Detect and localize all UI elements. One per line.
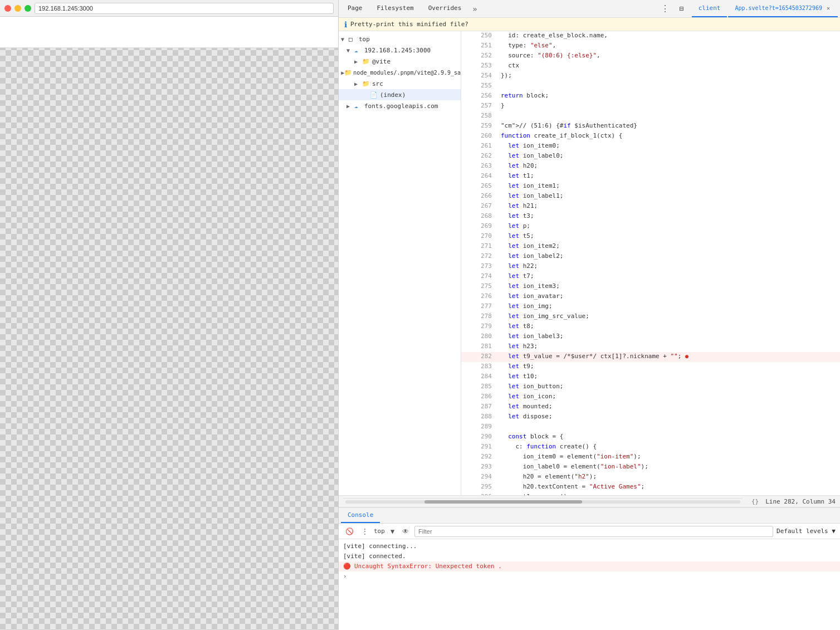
line-number: 262 — [461, 152, 496, 162]
code-editor[interactable]: 250 id: create_else_block.name,251 type:… — [461, 31, 840, 495]
tree-item-fonts[interactable]: ▶ ☁ fonts.googleapis.com — [339, 100, 461, 111]
code-line-content: }); — [496, 71, 840, 81]
console-clear-button[interactable]: 🚫 — [343, 528, 356, 535]
tab-filesystem[interactable]: Filesystem — [370, 0, 421, 17]
line-number: 257 — [461, 101, 496, 111]
code-table: 250 id: create_else_block.name,251 type:… — [461, 31, 840, 495]
code-line-content: ctx — [496, 61, 840, 71]
tree-item-index[interactable]: 📄 (index) — [339, 89, 461, 100]
tab-client[interactable]: client — [692, 0, 727, 17]
line-number: 266 — [461, 192, 496, 202]
devtools-body: ▼ □ top ▼ ☁ 192.168.1.245:3000 ▶ 📁 @vite… — [339, 31, 840, 495]
console-levels-dropdown[interactable]: Default levels ▼ — [776, 528, 836, 535]
code-line-content: function create_if_block_1(ctx) { — [496, 131, 840, 141]
tab-close-button[interactable]: ✕ — [826, 5, 831, 11]
tree-item-src[interactable]: ▶ 📁 src — [339, 78, 461, 89]
code-line-content: let ion_label1; — [496, 192, 840, 202]
browser-dot-maximize[interactable] — [25, 5, 31, 12]
line-number: 268 — [461, 212, 496, 222]
tree-arrow-top: ▼ — [341, 36, 349, 42]
code-line-content — [496, 422, 840, 432]
code-line-content: let ion_item0; — [496, 141, 840, 152]
code-line-content: let ion_label2; — [496, 252, 840, 262]
code-line-content: h20 = element("h2"); — [496, 472, 840, 482]
line-number: 270 — [461, 232, 496, 242]
tree-icon-fonts: ☁ — [354, 102, 363, 110]
console-arrow-button[interactable]: ▼ — [388, 528, 397, 535]
code-line-content: h20.textContent = "Active Games"; — [496, 482, 840, 492]
code-line-content: return block; — [496, 91, 840, 101]
browser-dot-close[interactable] — [4, 5, 11, 12]
tab-active-file[interactable]: App.svelte?t=1654503272969 ✕ — [728, 0, 838, 17]
code-line-content: c: function create() { — [496, 442, 840, 452]
line-number: 290 — [461, 432, 496, 442]
devtools-menu-button[interactable]: ⋮ — [656, 0, 674, 17]
horizontal-scrollbar[interactable] — [343, 498, 743, 505]
line-number: 287 — [461, 402, 496, 412]
line-number: 289 — [461, 422, 496, 432]
line-number: 265 — [461, 182, 496, 192]
console-message-error: 🔴 Uncaught SyntaxError: Unexpected token… — [339, 561, 840, 572]
tree-arrow-server: ▼ — [346, 47, 354, 53]
code-line-content: let ion_item1; — [496, 182, 840, 192]
tree-icon-src: 📁 — [362, 80, 371, 87]
info-icon: ℹ — [344, 20, 347, 29]
line-number: 255 — [461, 81, 496, 91]
line-number: 276 — [461, 292, 496, 302]
code-line-content: let t9; — [496, 362, 840, 372]
code-line-content: let ion_img; — [496, 302, 840, 312]
code-line-content: ion_item0 = element("ion-item"); — [496, 452, 840, 462]
tab-console[interactable]: Console — [341, 508, 380, 523]
code-line-content: } — [496, 101, 840, 111]
tree-item-top[interactable]: ▼ □ top — [339, 33, 461, 45]
tree-label-fonts: fonts.googleapis.com — [364, 102, 461, 110]
line-number: 293 — [461, 462, 496, 472]
tree-item-server[interactable]: ▼ ☁ 192.168.1.245:3000 — [339, 45, 461, 56]
code-line-content: let ion_button; — [496, 382, 840, 392]
line-number: 277 — [461, 302, 496, 312]
line-number: 252 — [461, 51, 496, 61]
code-line-content: let p; — [496, 222, 840, 232]
code-line-content — [496, 111, 840, 121]
console-filter-input[interactable] — [414, 526, 773, 537]
console-settings-button[interactable]: ⋮ — [359, 528, 370, 535]
code-line-content: let t3; — [496, 212, 840, 222]
line-number: 273 — [461, 262, 496, 272]
browser-address-bar[interactable]: 192.168.1.245:3000 — [35, 3, 334, 14]
code-line-content — [496, 81, 840, 91]
line-number: 263 — [461, 162, 496, 172]
more-tabs-button[interactable]: » — [469, 0, 480, 17]
code-line-content: let dispose; — [496, 412, 840, 422]
code-line-content: let ion_avatar; — [496, 292, 840, 302]
line-number: 281 — [461, 342, 496, 352]
code-line-content: let ion_label3; — [496, 332, 840, 342]
tree-icon-node-modules: 📁 — [344, 69, 352, 76]
devtools-icon-btn[interactable]: ⊟ — [675, 0, 688, 17]
tree-arrow-fonts: ▶ — [346, 103, 354, 109]
tab-overrides[interactable]: Overrides — [422, 0, 468, 17]
console-eye-button[interactable]: 👁 — [400, 528, 411, 535]
status-bar-icon: {} — [751, 498, 761, 505]
tree-icon-server: ☁ — [354, 47, 363, 54]
browser-dot-minimize[interactable] — [14, 5, 21, 12]
tree-item-vite[interactable]: ▶ 📁 @vite — [339, 56, 461, 67]
prompt-arrow-icon: › — [343, 573, 347, 580]
line-number: 267 — [461, 202, 496, 212]
code-line-content: let t9_value = /*$user*/ ctx[1]?.nicknam… — [496, 352, 840, 362]
tree-label-server: 192.168.1.245:3000 — [364, 47, 461, 54]
tab-page[interactable]: Page — [341, 0, 369, 17]
line-number: 285 — [461, 382, 496, 392]
file-tree: ▼ □ top ▼ ☁ 192.168.1.245:3000 ▶ 📁 @vite… — [339, 31, 461, 495]
console-prompt[interactable]: › — [339, 572, 840, 581]
console-context-label: top — [374, 528, 385, 535]
tree-label-index: (index) — [380, 91, 461, 99]
tree-item-node-modules[interactable]: ▶ 📁 node_modules/.pnpm/vite@2.9.9_sa — [339, 67, 461, 78]
pretty-print-banner: ℹ Pretty-print this minified file? — [339, 18, 840, 31]
line-number: 250 — [461, 31, 496, 41]
code-line-content: let h23; — [496, 342, 840, 352]
code-line-content: let ion_icon; — [496, 392, 840, 402]
code-line-content: let t10; — [496, 372, 840, 382]
console-text-connected: [vite] connected. — [343, 553, 836, 560]
browser-bar: 192.168.1.245:3000 — [0, 0, 338, 17]
line-number: 283 — [461, 362, 496, 372]
